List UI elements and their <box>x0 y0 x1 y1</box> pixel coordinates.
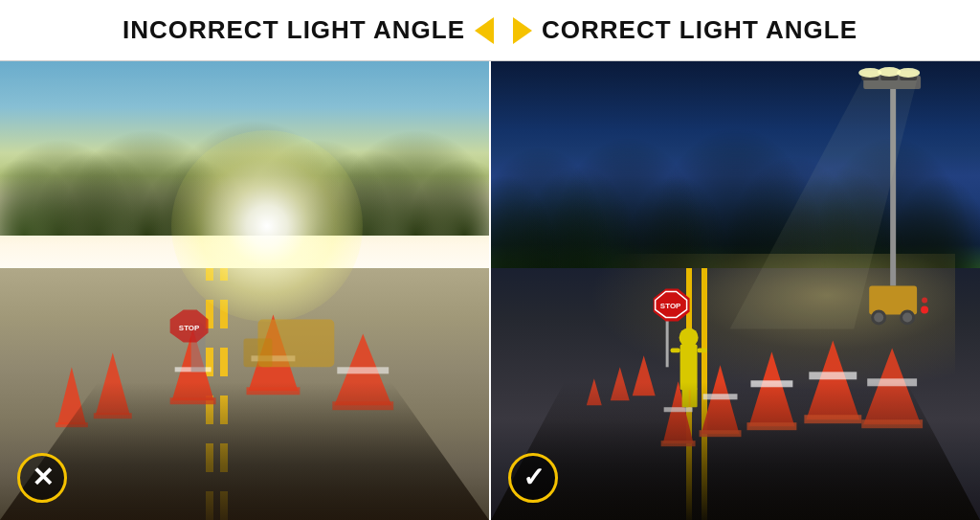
illumination <box>589 254 955 392</box>
correct-scene: STOP <box>491 61 980 520</box>
header-right: CORRECT LIGHT ANGLE <box>513 15 858 45</box>
main-container: INCORRECT LIGHT ANGLE CORRECT LIGHT ANGL… <box>0 0 980 520</box>
correct-panel: STOP <box>491 61 980 520</box>
incorrect-scene: STOP ✕ <box>0 61 489 520</box>
header: INCORRECT LIGHT ANGLE CORRECT LIGHT ANGL… <box>0 0 980 60</box>
svg-rect-50 <box>861 71 879 80</box>
windshield-right <box>491 382 980 520</box>
correct-label: CORRECT LIGHT ANGLE <box>542 15 858 45</box>
header-left: INCORRECT LIGHT ANGLE <box>122 15 494 45</box>
arrow-left-icon <box>475 17 494 44</box>
x-icon: ✕ <box>32 464 54 491</box>
svg-rect-52 <box>900 71 917 80</box>
arrow-right-icon <box>513 17 532 44</box>
check-icon: ✓ <box>523 464 545 491</box>
incorrect-panel: STOP ✕ <box>0 61 491 520</box>
incorrect-badge: ✕ <box>17 453 67 503</box>
svg-point-53 <box>858 68 881 78</box>
correct-badge: ✓ <box>508 453 558 503</box>
images-container: STOP ✕ <box>0 60 980 520</box>
svg-point-55 <box>897 68 920 78</box>
svg-point-54 <box>878 67 901 77</box>
incorrect-label: INCORRECT LIGHT ANGLE <box>122 15 465 45</box>
svg-rect-51 <box>880 69 898 80</box>
glare-effect <box>171 130 363 322</box>
